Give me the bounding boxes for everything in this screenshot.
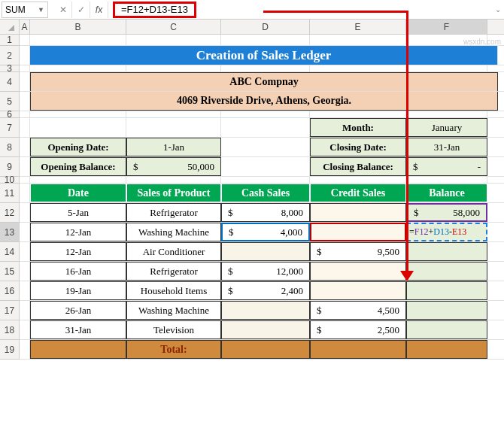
table-row: 12-Jan Air Conditioner $9,500 bbox=[20, 242, 504, 262]
row-header-15[interactable]: 15 bbox=[0, 262, 19, 281]
formula-input[interactable]: =F12+D13-E13 bbox=[108, 0, 492, 20]
formula-highlight: =F12+D13-E13 bbox=[113, 2, 196, 18]
th-credit: Credit Sales bbox=[310, 184, 406, 202]
closing-balance-label: Closing Balance: bbox=[310, 157, 406, 176]
row-header-17[interactable]: 17 bbox=[0, 301, 19, 320]
row-header-1[interactable]: 1 bbox=[0, 35, 19, 46]
total-row: Total: bbox=[20, 340, 504, 360]
row-header-12[interactable]: 12 bbox=[0, 203, 19, 223]
th-cash: Cash Sales bbox=[221, 184, 310, 202]
month-value: January bbox=[406, 118, 487, 137]
accept-button[interactable]: ✓ bbox=[72, 2, 90, 18]
cell-f12[interactable]: $58,000 bbox=[406, 203, 487, 222]
row-header-14[interactable]: 14 bbox=[0, 242, 19, 262]
row-header-6[interactable]: 6 bbox=[0, 111, 19, 118]
row-header-8[interactable]: 8 bbox=[0, 138, 19, 157]
opening-balance-value: $50,000 bbox=[126, 157, 221, 176]
th-product: Sales of Product bbox=[126, 184, 221, 202]
table-row: 31-Jan Television $2,500 bbox=[20, 320, 504, 340]
table-row: 12-Jan Washing Machine $4,000 =F12+D13-E… bbox=[20, 223, 504, 242]
cells-area[interactable]: Creation of Sales Ledger ABC Compnay 406… bbox=[20, 35, 504, 360]
col-header-a[interactable]: A bbox=[20, 20, 30, 34]
formula-expand-icon[interactable]: ⌄ bbox=[492, 5, 504, 14]
opening-date-label: Opening Date: bbox=[30, 138, 126, 156]
table-row: 19-Jan Household Items $2,400 bbox=[20, 281, 504, 301]
row-header-4[interactable]: 4 bbox=[0, 72, 19, 92]
total-label[interactable]: Total: bbox=[126, 340, 221, 359]
name-box[interactable]: SUM ▼ bbox=[2, 2, 48, 18]
row-header-3[interactable]: 3 bbox=[0, 65, 19, 72]
row-header-18[interactable]: 18 bbox=[0, 320, 19, 340]
row-header-7[interactable]: 7 bbox=[0, 118, 19, 138]
title-bar: Creation of Sales Ledger bbox=[30, 46, 498, 65]
closing-date-value: 31-Jan bbox=[406, 138, 487, 156]
cancel-button[interactable]: ✕ bbox=[54, 2, 72, 18]
formula-text: =F12+D13-E13 bbox=[121, 4, 188, 15]
fx-button[interactable]: fx bbox=[90, 2, 108, 18]
col-header-e[interactable]: E bbox=[310, 20, 406, 34]
company-addr: 4069 Riverside Drive, Athens, Georgia. bbox=[30, 92, 498, 111]
cell-f13-active[interactable]: =F12+D13-E13 bbox=[406, 223, 487, 241]
month-label: Month: bbox=[310, 118, 406, 137]
col-header-b[interactable]: B bbox=[30, 20, 126, 34]
name-box-value: SUM bbox=[5, 5, 26, 15]
cell-e13[interactable] bbox=[310, 223, 406, 241]
col-header-f[interactable]: F bbox=[406, 20, 487, 34]
watermark: wsxdn.com bbox=[463, 38, 501, 46]
th-balance: Balance bbox=[406, 184, 487, 202]
table-row: 16-Jan Refrigerator $12,000 bbox=[20, 262, 504, 281]
th-date: Date bbox=[30, 184, 126, 202]
opening-date-value: 1-Jan bbox=[126, 138, 221, 156]
col-header-c[interactable]: C bbox=[126, 20, 221, 34]
table-row: 5-Jan Refrigerator $8,000 $58,000 bbox=[20, 203, 504, 223]
row-header-19[interactable]: 19 bbox=[0, 340, 19, 360]
opening-balance-label: Opening Balance: bbox=[30, 157, 126, 176]
col-header-d[interactable]: D bbox=[221, 20, 310, 34]
name-box-dropdown-icon[interactable]: ▼ bbox=[38, 6, 44, 14]
column-headers: A B C D E F bbox=[0, 20, 504, 35]
formula-buttons: ✕ ✓ fx bbox=[54, 2, 108, 18]
closing-date-label: Closing Date: bbox=[310, 138, 406, 156]
row-headers: 1 2 3 4 5 6 7 8 9 10 11 12 13 14 15 16 1… bbox=[0, 35, 20, 360]
cell-d13[interactable]: $4,000 bbox=[221, 223, 310, 241]
row-header-13[interactable]: 13 bbox=[0, 223, 19, 242]
row-header-10[interactable]: 10 bbox=[0, 177, 19, 184]
formula-bar: SUM ▼ ✕ ✓ fx =F12+D13-E13 ⌄ bbox=[0, 0, 504, 20]
row-header-11[interactable]: 11 bbox=[0, 184, 19, 203]
table-row: 26-Jan Washing Machine $4,500 bbox=[20, 301, 504, 320]
select-all-corner[interactable] bbox=[0, 20, 20, 34]
closing-balance-value: $- bbox=[406, 157, 487, 176]
grid-body: 1 2 3 4 5 6 7 8 9 10 11 12 13 14 15 16 1… bbox=[0, 35, 504, 360]
row-header-16[interactable]: 16 bbox=[0, 281, 19, 301]
company-name: ABC Compnay bbox=[30, 72, 498, 91]
table-header-row: Date Sales of Product Cash Sales Credit … bbox=[20, 184, 504, 203]
